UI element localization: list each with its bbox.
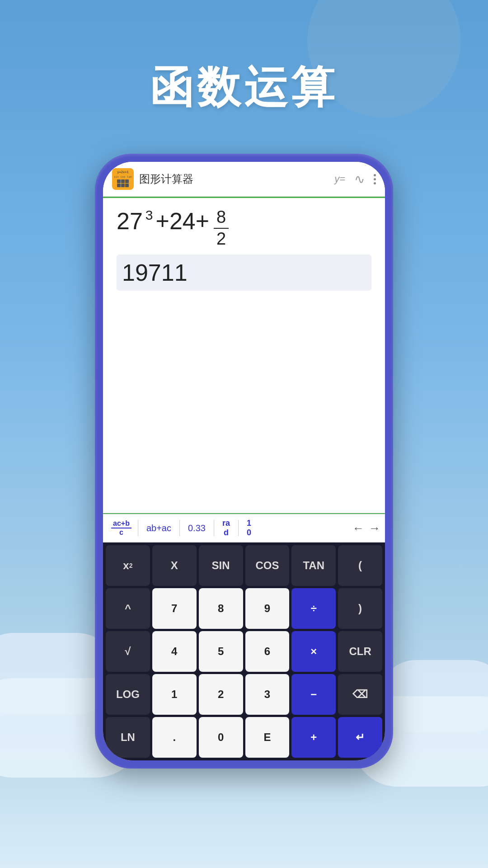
keyboard-row-2: ^ 7 8 9 ÷ ): [106, 588, 382, 629]
key-5[interactable]: 5: [199, 631, 243, 672]
wave-icon-btn[interactable]: ∿: [354, 172, 365, 187]
phone-screen: y=2x+1 sin cos tan 图形计算器 y= ∿: [103, 162, 385, 760]
header-icons: y= ∿: [334, 172, 376, 187]
nav-right-btn[interactable]: →: [369, 521, 380, 535]
icon-grid: [117, 179, 129, 187]
more-dot-2: [374, 178, 376, 180]
key-backspace[interactable]: ⌫: [338, 674, 382, 715]
icon-trig-text: sin cos tan: [114, 175, 132, 178]
toolbar-nav: ← →: [352, 521, 380, 535]
keyboard-row-1: x2 X SIN COS TAN (: [106, 545, 382, 586]
key-clr[interactable]: CLR: [338, 631, 382, 672]
rad-btn-top: ra: [221, 519, 232, 528]
key-2[interactable]: 2: [199, 674, 243, 715]
toolbar-divider-3: [214, 520, 214, 536]
key-open-paren[interactable]: (: [338, 545, 382, 586]
key-ln[interactable]: LN: [106, 717, 150, 758]
key-1[interactable]: 1: [152, 674, 197, 715]
key-euler[interactable]: E: [245, 717, 290, 758]
key-enter[interactable]: ↵: [338, 717, 382, 758]
expr-base: 27: [117, 207, 143, 235]
icon-formula-text: y=2x+1: [117, 171, 128, 174]
ten-btn-top: 1: [245, 519, 253, 528]
key-6[interactable]: 6: [245, 631, 290, 672]
toolbar-ten-btn[interactable]: 1 0: [241, 517, 257, 539]
key-7[interactable]: 7: [152, 588, 197, 629]
key-x-var[interactable]: X: [152, 545, 197, 586]
key-dot[interactable]: .: [152, 717, 197, 758]
key-tan[interactable]: TAN: [291, 545, 336, 586]
key-divide[interactable]: ÷: [291, 588, 336, 629]
toolbar-strip: ac+b c ab+ac 0.33 ra d 1 0 ←: [103, 513, 385, 542]
app-header: y=2x+1 sin cos tan 图形计算器 y= ∿: [103, 162, 385, 197]
expr-exponent: 3: [145, 207, 153, 223]
rad-btn-bot: d: [224, 528, 229, 538]
app-icon: y=2x+1 sin cos tan: [112, 168, 134, 190]
key-add[interactable]: +: [291, 717, 336, 758]
display-area: 273 +24+ 8 2 19711: [103, 198, 385, 513]
toolbar-factor-btn[interactable]: ab+ac: [141, 519, 177, 537]
key-sin[interactable]: SIN: [199, 545, 243, 586]
toolbar-rad-btn[interactable]: ra d: [217, 517, 235, 539]
toolbar-decimal-btn[interactable]: 0.33: [183, 519, 211, 537]
formula-icon-label: y=: [334, 173, 345, 184]
key-4[interactable]: 4: [152, 631, 197, 672]
more-menu-btn[interactable]: [374, 174, 376, 184]
more-dot-3: [374, 182, 376, 184]
nav-left-btn[interactable]: ←: [352, 521, 364, 535]
key-sqrt[interactable]: √: [106, 631, 150, 672]
key-close-paren[interactable]: ): [338, 588, 382, 629]
expression-display: 273 +24+ 8 2: [117, 207, 371, 249]
keyboard-row-5: LN . 0 E + ↵: [106, 717, 382, 758]
toolbar-fraction-btn[interactable]: ac+b c: [108, 518, 135, 538]
frac-btn-top: ac+b: [111, 519, 131, 528]
frac-denominator: 2: [214, 229, 229, 250]
frac-btn-bot: c: [119, 528, 123, 537]
result-display: 19711: [117, 255, 371, 291]
keyboard-row-4: LOG 1 2 3 − ⌫: [106, 674, 382, 715]
toolbar-divider-1: [138, 520, 138, 536]
toolbar-divider-2: [179, 520, 180, 536]
expr-plus1: +24+: [156, 207, 210, 235]
key-x-squared[interactable]: x2: [106, 545, 150, 586]
ten-btn-bot: 0: [247, 528, 251, 538]
app-name-label: 图形计算器: [139, 172, 329, 186]
key-3[interactable]: 3: [245, 674, 290, 715]
key-power[interactable]: ^: [106, 588, 150, 629]
key-9[interactable]: 9: [245, 588, 290, 629]
key-cos[interactable]: COS: [245, 545, 290, 586]
phone-mockup: y=2x+1 sin cos tan 图形计算器 y= ∿: [95, 154, 393, 769]
toolbar-divider-4: [238, 520, 239, 536]
page-title: 函数运算: [0, 59, 488, 118]
keyboard-row-3: √ 4 5 6 × CLR: [106, 631, 382, 672]
frac-numerator: 8: [214, 207, 229, 229]
calculator-keyboard: x2 X SIN COS TAN ( ^ 7 8 9 ÷ ): [103, 542, 385, 760]
key-0[interactable]: 0: [199, 717, 243, 758]
phone-shell: y=2x+1 sin cos tan 图形计算器 y= ∿: [95, 154, 393, 769]
key-log[interactable]: LOG: [106, 674, 150, 715]
expr-fraction: 8 2: [214, 207, 229, 249]
key-multiply[interactable]: ×: [291, 631, 336, 672]
more-dot-1: [374, 174, 376, 176]
wave-icon-label: ∿: [354, 172, 365, 186]
key-8[interactable]: 8: [199, 588, 243, 629]
formula-icon-btn[interactable]: y=: [334, 173, 345, 185]
key-subtract[interactable]: −: [291, 674, 336, 715]
